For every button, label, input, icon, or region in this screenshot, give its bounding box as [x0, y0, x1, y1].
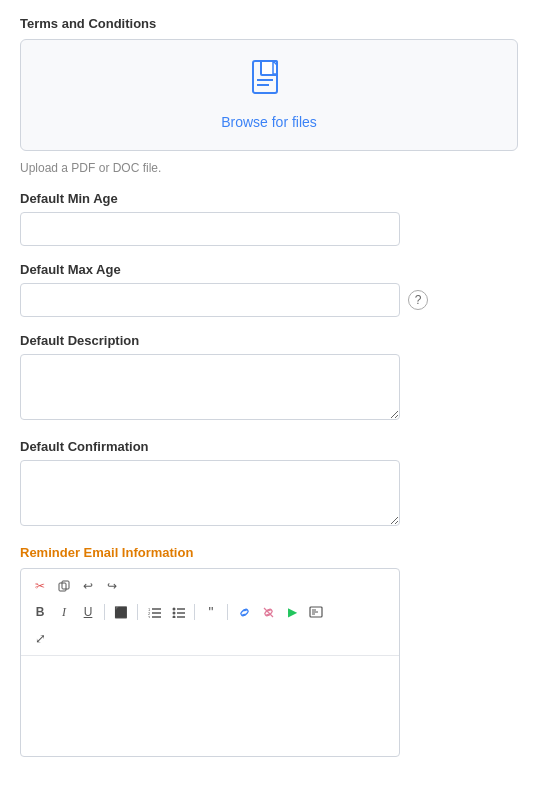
toolbar-separator-4 [227, 604, 228, 620]
upload-area[interactable]: Browse for files [20, 39, 518, 151]
default-confirmation-group: Default Confirmation [20, 439, 518, 529]
anchor-button[interactable]: ▶ [281, 601, 303, 623]
default-description-label: Default Description [20, 333, 518, 348]
toolbar-separator-3 [194, 604, 195, 620]
cut-button[interactable]: ✂ [29, 575, 51, 597]
default-max-age-group: Default Max Age ? [20, 262, 518, 317]
default-max-age-input[interactable] [20, 283, 400, 317]
highlight-button[interactable]: ⬛ [110, 601, 132, 623]
svg-point-13 [172, 611, 175, 614]
toolbar-row-1: ✂ ↩ ↪ [29, 575, 391, 597]
link-button[interactable] [233, 601, 255, 623]
svg-text:3: 3 [148, 615, 151, 618]
browse-text: Browse for files [221, 114, 317, 130]
default-max-age-label: Default Max Age [20, 262, 518, 277]
copy-button[interactable] [53, 575, 75, 597]
source-button[interactable] [305, 601, 327, 623]
editor-toolbar: ✂ ↩ ↪ B I U ⬛ [21, 569, 399, 656]
help-icon[interactable]: ? [408, 290, 428, 310]
default-min-age-input[interactable] [20, 212, 400, 246]
underline-button[interactable]: U [77, 601, 99, 623]
default-description-group: Default Description [20, 333, 518, 423]
toolbar-row-3: ⤢ [29, 627, 391, 649]
bold-button[interactable]: B [29, 601, 51, 623]
file-icon [251, 60, 287, 108]
upload-hint: Upload a PDF or DOC file. [20, 161, 518, 175]
undo-button[interactable]: ↩ [77, 575, 99, 597]
rich-editor: ✂ ↩ ↪ B I U ⬛ [20, 568, 400, 757]
reminder-label: Reminder Email Information [20, 545, 518, 560]
terms-label: Terms and Conditions [20, 16, 518, 31]
unordered-list-button[interactable] [167, 601, 189, 623]
default-confirmation-input[interactable] [20, 460, 400, 526]
default-confirmation-label: Default Confirmation [20, 439, 518, 454]
unlink-button[interactable] [257, 601, 279, 623]
default-min-age-group: Default Min Age [20, 191, 518, 246]
redo-button[interactable]: ↪ [101, 575, 123, 597]
default-description-input[interactable] [20, 354, 400, 420]
terms-section: Terms and Conditions Browse for files Up… [20, 16, 518, 175]
reminder-section: Reminder Email Information ✂ ↩ ↪ B I U [20, 545, 518, 757]
italic-button[interactable]: I [53, 601, 75, 623]
quote-button[interactable]: " [200, 601, 222, 623]
toolbar-separator-2 [137, 604, 138, 620]
expand-button[interactable]: ⤢ [29, 627, 51, 649]
default-max-age-row: ? [20, 283, 518, 317]
default-min-age-label: Default Min Age [20, 191, 518, 206]
svg-point-12 [172, 607, 175, 610]
toolbar-row-2: B I U ⬛ 1 2 3 [29, 601, 391, 623]
ordered-list-button[interactable]: 1 2 3 [143, 601, 165, 623]
svg-point-14 [172, 615, 175, 618]
editor-content[interactable] [21, 656, 399, 756]
toolbar-separator-1 [104, 604, 105, 620]
